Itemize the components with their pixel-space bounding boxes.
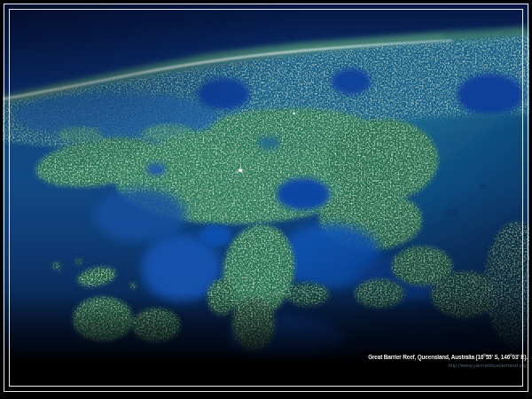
blue-hole xyxy=(457,74,524,116)
caption-url: http://www.yannarthusbertrand.org xyxy=(364,363,530,368)
photo-caption: Great Barrier Reef, Queensland, Australi… xyxy=(364,348,530,368)
blue-hole xyxy=(332,68,371,95)
reef-photo-canvas xyxy=(0,0,532,399)
caption-title: Great Barrier Reef, Queensland, Australi… xyxy=(364,353,530,361)
wallpaper-photo xyxy=(0,0,532,399)
vignette-top-left xyxy=(0,0,301,177)
reef-blue-hole xyxy=(200,225,231,246)
